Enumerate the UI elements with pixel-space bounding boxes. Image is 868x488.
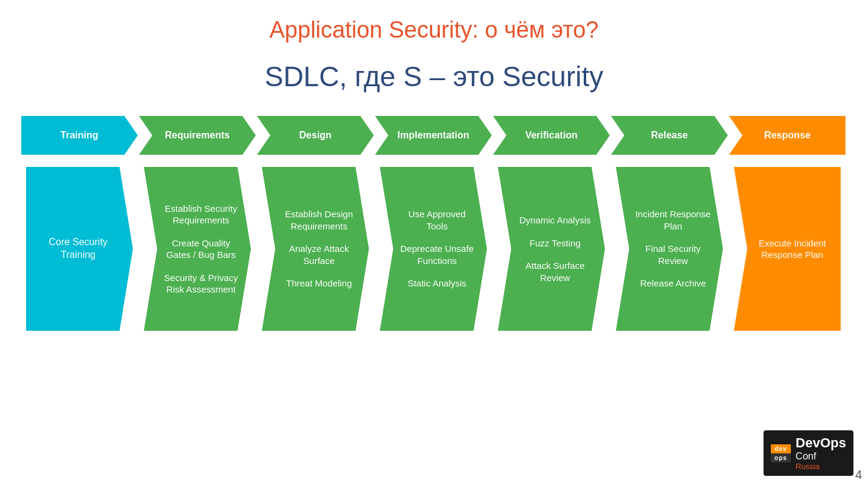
content-row: Core Security Training Establish Securit…: [21, 157, 847, 341]
content-response: Execute Incident Response Plan: [729, 157, 846, 341]
impl-item-3: Static Analysis: [408, 277, 466, 290]
req-item-2: Create Quality Gates / Bug Bars: [163, 237, 239, 261]
ops-text: ops: [771, 453, 791, 463]
req-item-1: Establish Security Requirements: [163, 203, 239, 226]
content-implementation: Use Approved Tools Deprecate Unsafe Func…: [375, 157, 491, 341]
content-training: Core Security Training: [21, 157, 138, 341]
rel-item-1: Incident Response Plan: [635, 208, 711, 232]
content-design: Establish Design Requirements Analyze At…: [257, 157, 374, 341]
header-row: Training Requirements Design Implementat…: [21, 116, 847, 155]
header-response: Response: [729, 116, 846, 155]
conf-text-block: DevOps Conf Russia: [796, 435, 846, 471]
header-implementation: Implementation: [375, 116, 491, 155]
verif-item-2: Fuzz Testing: [530, 237, 581, 249]
content-verification: Dynamic Analysis Fuzz Testing Attack Sur…: [493, 157, 610, 341]
content-requirements: Establish Security Requirements Create Q…: [139, 157, 256, 341]
design-item-2: Analyze Attack Surface: [281, 243, 357, 266]
header-verification: Verification: [493, 116, 610, 155]
impl-item-1: Use Approved Tools: [399, 208, 474, 232]
content-release: Incident Response Plan Final Security Re…: [611, 157, 728, 341]
devops-icon: dev ops: [771, 444, 791, 463]
conf-title: DevOps: [796, 435, 846, 451]
header-training: Training: [21, 116, 138, 155]
header-release: Release: [611, 116, 728, 155]
sdlc-diagram: Training Requirements Design Implementat…: [21, 116, 847, 341]
rel-item-3: Release Archive: [640, 277, 706, 290]
design-item-3: Threat Modeling: [286, 277, 352, 290]
main-title: Application Security: о чём это?: [270, 17, 599, 43]
header-requirements: Requirements: [139, 116, 256, 155]
conf-sub: Conf: [796, 451, 846, 462]
page-number: 4: [855, 468, 862, 482]
req-item-3: Security & Privacy Risk Assessment: [163, 272, 239, 296]
dev-text: dev: [771, 444, 790, 453]
verif-item-3: Attack Surface Review: [518, 260, 593, 283]
conf-russia: Russia: [796, 462, 846, 471]
rel-item-2: Final Security Review: [635, 243, 711, 266]
resp-item-1: Execute Incident Response Plan: [753, 237, 831, 261]
design-item-1: Establish Design Requirements: [281, 208, 357, 232]
verif-item-1: Dynamic Analysis: [519, 214, 591, 226]
training-item-1: Core Security Training: [36, 236, 121, 262]
impl-item-2: Deprecate Unsafe Functions: [399, 243, 474, 266]
header-design: Design: [257, 116, 374, 155]
subtitle: SDLC, где S – это Security: [265, 60, 604, 93]
devops-logo: dev ops DevOps Conf Russia: [764, 430, 853, 476]
slide: Application Security: о чём это? SDLC, г…: [0, 0, 868, 488]
